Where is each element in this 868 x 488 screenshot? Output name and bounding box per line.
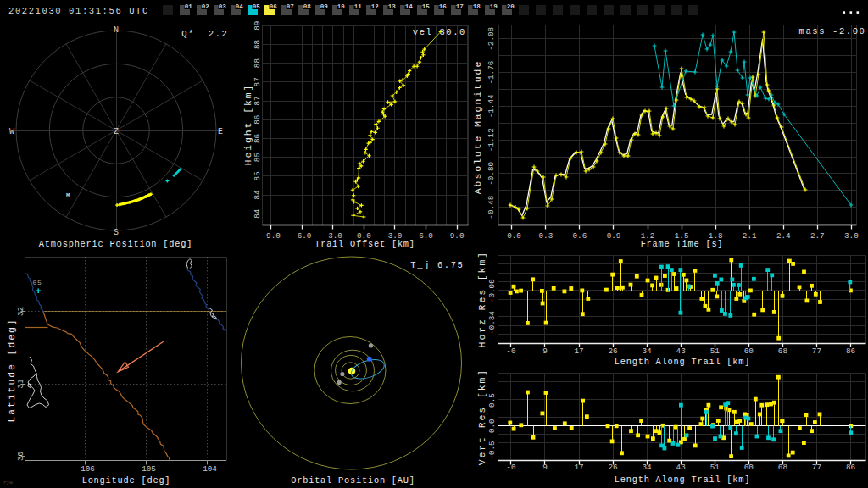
svg-text:84: 84 bbox=[253, 208, 262, 219]
svg-text:20: 20 bbox=[507, 3, 515, 10]
svg-text:89: 89 bbox=[253, 21, 262, 30]
svg-text:88: 88 bbox=[253, 58, 262, 68]
svg-text:87: 87 bbox=[253, 77, 262, 86]
svg-text:85: 85 bbox=[253, 152, 262, 162]
svg-text:87: 87 bbox=[253, 96, 262, 105]
svg-text:-1.44: -1.44 bbox=[487, 94, 496, 118]
svg-text:68: 68 bbox=[778, 463, 787, 472]
svg-text:60: 60 bbox=[744, 347, 754, 356]
svg-text:9.0: 9.0 bbox=[450, 231, 465, 241]
svg-text:77: 77 bbox=[812, 347, 821, 356]
svg-text:34: 34 bbox=[643, 463, 653, 472]
svg-text:86: 86 bbox=[253, 134, 262, 143]
svg-text:Q* 2.2: Q* 2.2 bbox=[181, 29, 228, 39]
svg-text:17: 17 bbox=[574, 347, 583, 356]
svg-text:60: 60 bbox=[744, 463, 754, 472]
svg-text:12: 12 bbox=[371, 3, 380, 10]
svg-text:2.7: 2.7 bbox=[810, 231, 825, 241]
svg-text:Frame Time [s]: Frame Time [s] bbox=[641, 239, 724, 249]
svg-text:W: W bbox=[9, 127, 14, 136]
svg-text:06: 06 bbox=[270, 3, 278, 10]
svg-text:03: 03 bbox=[219, 3, 227, 10]
svg-text:Height [km]: Height [km] bbox=[242, 84, 253, 166]
svg-text:-0: -0 bbox=[506, 347, 515, 356]
svg-text:E: E bbox=[218, 127, 223, 136]
svg-text:Absolute Magnitude: Absolute Magnitude bbox=[472, 60, 483, 194]
svg-text:-2.08: -2.08 bbox=[487, 27, 496, 51]
svg-text:S: S bbox=[114, 228, 119, 237]
svg-text:86: 86 bbox=[846, 463, 855, 472]
svg-text:9: 9 bbox=[542, 347, 548, 356]
svg-text:mass -2.00: mass -2.00 bbox=[798, 26, 865, 36]
svg-text:17: 17 bbox=[456, 3, 464, 10]
svg-text:43: 43 bbox=[676, 463, 686, 472]
svg-text:Longitude [deg]: Longitude [deg] bbox=[82, 475, 171, 485]
svg-text:-106: -106 bbox=[76, 464, 95, 474]
svg-text:02: 02 bbox=[202, 3, 210, 10]
svg-text:0.5: 0.5 bbox=[487, 393, 497, 408]
svg-text:-0.80: -0.80 bbox=[487, 162, 496, 186]
svg-text:01: 01 bbox=[185, 3, 193, 10]
svg-text:-0.48: -0.48 bbox=[487, 196, 496, 219]
svg-text:Trail Offset [km]: Trail Offset [km] bbox=[314, 239, 415, 249]
svg-text:Latitude [deg]: Latitude [deg] bbox=[6, 318, 17, 422]
svg-text:14: 14 bbox=[405, 3, 414, 10]
svg-text:84: 84 bbox=[253, 190, 262, 200]
svg-text:6.0: 6.0 bbox=[419, 231, 433, 241]
svg-text:-105: -105 bbox=[137, 464, 156, 474]
svg-text:18: 18 bbox=[473, 3, 481, 10]
svg-text:88: 88 bbox=[253, 40, 262, 49]
svg-text:-0.34: -0.34 bbox=[487, 311, 497, 335]
svg-text:2.1: 2.1 bbox=[743, 231, 757, 241]
svg-text:0.6: 0.6 bbox=[573, 231, 587, 241]
svg-text:-0.00: -0.00 bbox=[487, 279, 497, 302]
svg-text:19: 19 bbox=[490, 3, 498, 10]
svg-text:-1.76: -1.76 bbox=[487, 61, 496, 85]
svg-text:51: 51 bbox=[710, 347, 721, 356]
svg-text:43: 43 bbox=[676, 347, 686, 356]
svg-text:M: M bbox=[66, 192, 70, 199]
svg-text:05: 05 bbox=[253, 3, 261, 10]
svg-text:77: 77 bbox=[812, 463, 821, 472]
svg-text:31: 31 bbox=[16, 379, 25, 389]
svg-text:T_j 6.75: T_j 6.75 bbox=[410, 260, 464, 270]
svg-text:-0: -0 bbox=[506, 463, 515, 472]
svg-text:04: 04 bbox=[236, 3, 244, 10]
svg-text:0.3: 0.3 bbox=[539, 231, 554, 241]
svg-text:86: 86 bbox=[846, 347, 855, 356]
svg-text:0.0: 0.0 bbox=[487, 419, 497, 433]
svg-text:-104: -104 bbox=[198, 464, 218, 474]
svg-text:26: 26 bbox=[609, 347, 618, 356]
svg-text:26: 26 bbox=[609, 463, 618, 472]
svg-text:Z: Z bbox=[114, 127, 119, 136]
svg-text:32: 32 bbox=[16, 307, 25, 316]
svg-text:05: 05 bbox=[33, 279, 42, 286]
svg-text:08: 08 bbox=[303, 3, 312, 10]
svg-text:68: 68 bbox=[778, 347, 787, 356]
svg-text:Orbital Position [AU]: Orbital Position [AU] bbox=[291, 475, 415, 485]
svg-text:10: 10 bbox=[337, 3, 346, 10]
svg-text:07: 07 bbox=[287, 3, 294, 10]
svg-text:16: 16 bbox=[439, 3, 448, 10]
svg-text:85: 85 bbox=[253, 171, 262, 180]
svg-text:20221030 01:31:56 UTC: 20221030 01:31:56 UTC bbox=[8, 6, 149, 16]
svg-text:rjw: rjw bbox=[3, 480, 13, 485]
svg-text:13: 13 bbox=[388, 3, 397, 10]
svg-text:Atmospheric Position [deg]: Atmospheric Position [deg] bbox=[39, 239, 192, 249]
svg-text:Length Along Trail [km]: Length Along Trail [km] bbox=[615, 357, 751, 367]
svg-text:30: 30 bbox=[16, 452, 25, 461]
svg-text:15: 15 bbox=[422, 3, 431, 10]
svg-text:Horz Res [km]: Horz Res [km] bbox=[476, 251, 487, 347]
svg-text:Length Along Trail [km]: Length Along Trail [km] bbox=[615, 474, 751, 485]
svg-text:11: 11 bbox=[354, 3, 363, 10]
svg-text:51: 51 bbox=[710, 463, 721, 472]
svg-text:9: 9 bbox=[542, 463, 548, 472]
svg-text:-6.0: -6.0 bbox=[292, 231, 311, 241]
svg-text:3.0: 3.0 bbox=[844, 231, 859, 241]
svg-text:N: N bbox=[114, 25, 119, 35]
svg-text:34: 34 bbox=[643, 347, 653, 356]
svg-text:-1.12: -1.12 bbox=[487, 128, 496, 152]
svg-text:17: 17 bbox=[574, 463, 583, 472]
svg-text:2.4: 2.4 bbox=[776, 231, 791, 241]
svg-text:-9.0: -9.0 bbox=[262, 231, 281, 241]
